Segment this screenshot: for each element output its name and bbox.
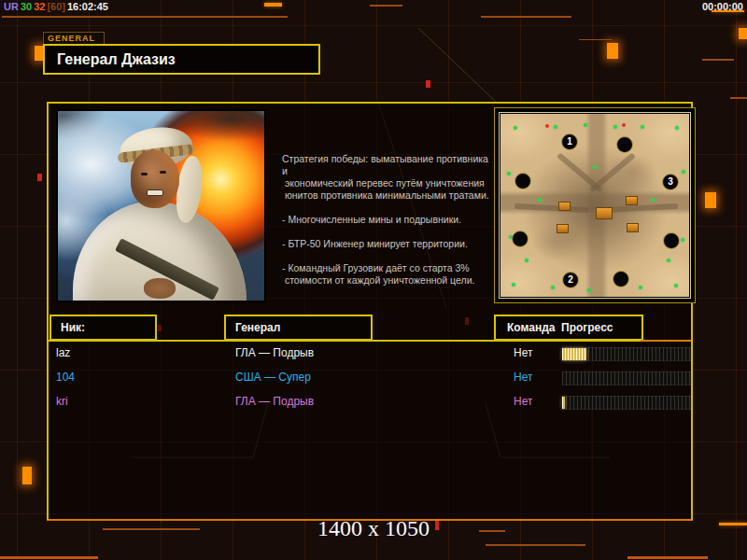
general-cell: ГЛА — Подрыв xyxy=(235,395,314,408)
resource-dot xyxy=(538,198,542,202)
resource-dot xyxy=(641,125,644,129)
resource-dot xyxy=(651,198,655,202)
player-row: 104США — СуперНет xyxy=(49,366,691,390)
start-position xyxy=(613,271,629,287)
enemy-dot xyxy=(622,123,626,127)
header-general-label: Генерал xyxy=(226,321,280,334)
resource-dot xyxy=(584,123,587,127)
red-dot xyxy=(37,174,42,181)
header-nick-label: Ник: xyxy=(51,321,85,334)
status-segment: [60] xyxy=(47,1,65,12)
team-cell: Нет xyxy=(514,395,532,408)
resource-dot xyxy=(613,125,617,129)
resource-dot xyxy=(593,165,597,169)
status-segment: 32 xyxy=(34,1,45,12)
resource-dot xyxy=(667,259,670,262)
general-name-title: Генерал Джазиз xyxy=(43,44,320,75)
resource-dot xyxy=(587,288,591,292)
general-cell: США — Супер xyxy=(235,371,311,384)
header-team-progress: Команда Прогресс xyxy=(494,315,643,341)
resource-dot xyxy=(639,286,642,289)
resource-dot xyxy=(675,126,679,130)
structure-marker xyxy=(596,207,613,219)
start-position xyxy=(514,173,531,189)
general-cell: ГЛА — Подрыв xyxy=(235,346,314,359)
match-timer: 00:00:00 xyxy=(702,1,743,12)
structure-marker xyxy=(557,224,569,233)
progress-bar xyxy=(562,396,691,410)
briefing-paragraph: - Командный Грузовик даёт со старта 3% с… xyxy=(282,262,489,287)
briefing-text: Стратегия победы: выматывание противника… xyxy=(282,153,489,299)
structure-marker xyxy=(558,202,571,211)
player-row: kriГЛА — ПодрывНет xyxy=(49,390,691,414)
minimap: 132 xyxy=(494,107,696,303)
resource-dot xyxy=(681,238,684,242)
status-bar: UR3032[60]16:02:45 xyxy=(4,1,110,12)
portrait-art xyxy=(58,111,264,301)
glow-block xyxy=(22,467,32,484)
header-team-label: Команда xyxy=(507,316,555,339)
status-segment: UR xyxy=(4,1,19,12)
resource-dot xyxy=(682,170,685,174)
resolution-overlay: 1400 x 1050 xyxy=(0,516,747,541)
glow-block xyxy=(705,192,716,208)
progress-fill xyxy=(562,348,586,360)
resource-dot xyxy=(551,286,555,289)
player-row: lazГЛА — ПодрывНет xyxy=(49,342,691,366)
resource-dot xyxy=(512,283,515,287)
briefing-paragraph: Стратегия победы: выматывание противника… xyxy=(282,153,489,202)
progress-bar xyxy=(562,371,691,385)
start-position-2: 2 xyxy=(562,272,579,288)
nick-cell: kri xyxy=(56,395,68,408)
nick-cell: 104 xyxy=(56,371,75,384)
resource-dot xyxy=(507,172,511,175)
start-position xyxy=(616,136,633,153)
status-segment: 16:02:45 xyxy=(67,1,108,12)
red-dot xyxy=(426,80,430,88)
resource-dot xyxy=(525,259,529,262)
header-nick: Ник: xyxy=(49,315,157,341)
structure-marker xyxy=(627,223,639,232)
briefing-paragraph: - БТР-50 Инженер минирует территории. xyxy=(282,238,489,250)
start-position xyxy=(663,232,680,249)
progress-fill xyxy=(562,397,565,409)
header-general: Генерал xyxy=(224,315,373,341)
briefing-paragraph: - Многочисленные мины и подрывники. xyxy=(282,214,489,226)
structure-marker xyxy=(626,196,638,205)
status-segment: 30 xyxy=(21,1,32,12)
glow-block xyxy=(607,43,618,59)
resource-dot xyxy=(554,125,557,129)
briefing-panel: Стратегия победы: выматывание противника… xyxy=(47,102,693,521)
minimap-frame: 132 xyxy=(499,112,691,299)
header-progress-label: Прогресс xyxy=(561,316,613,339)
nick-cell: laz xyxy=(56,346,70,359)
enemy-dot xyxy=(545,124,549,128)
team-cell: Нет xyxy=(514,346,532,359)
general-portrait xyxy=(56,109,266,302)
minimap-terrain: 132 xyxy=(500,114,689,297)
team-cell: Нет xyxy=(514,371,532,384)
glow-block xyxy=(739,28,747,39)
start-position-3: 3 xyxy=(662,174,679,190)
resource-dot xyxy=(514,126,517,130)
start-position-1: 1 xyxy=(561,133,578,150)
start-position xyxy=(512,231,529,247)
resource-dot xyxy=(674,284,678,287)
progress-bar xyxy=(562,347,691,361)
